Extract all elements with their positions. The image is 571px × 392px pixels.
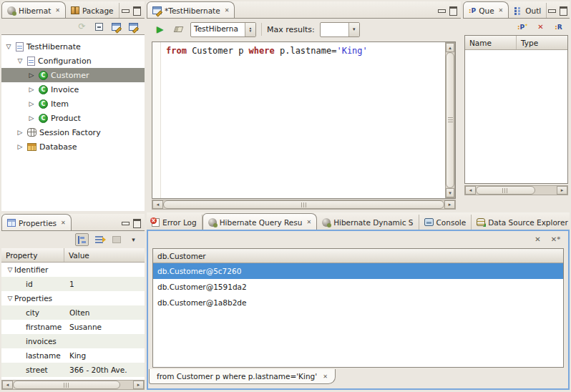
column-value[interactable]: Value (64, 248, 94, 262)
tab-label: Hibernat (19, 6, 51, 15)
max-results-combo[interactable]: ▾ (320, 22, 360, 37)
minimize-button[interactable] (120, 5, 130, 14)
property-row-id[interactable]: id1 (1, 277, 145, 291)
minimize-button[interactable] (120, 217, 130, 227)
result-row-db-customer-5c7260[interactable]: db.Customer@5c7260 (153, 263, 563, 279)
scroll-down-button[interactable]: ▾ (446, 188, 454, 197)
dropdown-button[interactable]: ▾ (348, 23, 359, 36)
minimize-button[interactable] (547, 5, 557, 14)
tab-error-log[interactable]: Error Log (147, 215, 202, 230)
scroll-right-button[interactable]: ▸ (557, 186, 567, 195)
result-row-db-customer-1591da2[interactable]: db.Customer@1591da2 (153, 279, 563, 295)
tree-item-database[interactable]: ▷Database (1, 139, 145, 154)
close-icon[interactable]: ✕ (323, 373, 328, 380)
scroll-left-button[interactable]: ◂ (2, 381, 13, 389)
tree-item-customer[interactable]: ▷CCustomer (1, 68, 145, 82)
column-type[interactable]: Type (517, 36, 542, 49)
tree-item-testhibernate[interactable]: ▽TestHibernate (1, 39, 145, 54)
tree-item-session-factory[interactable]: ▷Session Factory (1, 125, 145, 139)
tab-hibernate-query-resu[interactable]: Hibernate Query Resu✕ (202, 213, 317, 230)
scrollbar-thumb[interactable] (476, 186, 535, 195)
tab-package-explorer[interactable]: Package (66, 3, 119, 18)
maximize-button[interactable] (448, 5, 458, 14)
editor-body: from Customer p where p.lastname='King' … (152, 41, 456, 199)
tab-console[interactable]: Console (419, 215, 472, 230)
scroll-right-button[interactable]: ▸ (133, 381, 144, 389)
close-icon[interactable]: ✕ (61, 220, 66, 226)
show-categories-button[interactable] (75, 233, 89, 246)
collapse-arrow-icon[interactable]: ▽ (4, 39, 13, 54)
property-row-firstname[interactable]: firstnameSusanne (1, 320, 145, 334)
collapse-arrow-icon[interactable]: ▽ (16, 54, 24, 68)
tab-properties[interactable]: Properties ✕ (1, 214, 72, 231)
tab-query-parameters[interactable]: :P Que ✕ (463, 1, 509, 19)
view-menu-button[interactable]: ▾ (127, 233, 140, 246)
scroll-right-button[interactable]: ▸ (444, 200, 455, 209)
scroll-track[interactable] (120, 381, 133, 389)
tab-hibernate-configurations[interactable]: Hibernat ✕ (1, 1, 66, 19)
column-db-customer[interactable]: db.Customer (153, 249, 210, 263)
minimize-button[interactable] (436, 5, 446, 14)
close-icon[interactable]: ✕ (55, 7, 60, 14)
scroll-left-button[interactable]: ◂ (465, 186, 476, 195)
maximize-button[interactable] (132, 217, 142, 227)
configuration-combo[interactable]: TestHiberna ▴▾ (190, 22, 256, 37)
property-row-properties[interactable]: ▽Properties (1, 291, 145, 305)
scrollbar-thumb[interactable] (13, 381, 120, 389)
property-row-street[interactable]: street366 - 20th Ave. (1, 363, 145, 377)
collapse-arrow-icon[interactable]: ▽ (6, 291, 14, 305)
close-all-query-pages-button[interactable]: ✕ (549, 233, 562, 246)
tree-item-product[interactable]: ▷CProduct (1, 111, 145, 125)
expand-arrow-icon[interactable]: ▷ (16, 139, 24, 154)
expand-arrow-icon[interactable]: ▷ (16, 125, 24, 139)
close-query-page-button[interactable]: ✕ (531, 233, 545, 246)
close-icon[interactable]: ✕ (225, 7, 230, 14)
open-hql-editor-button[interactable] (109, 20, 123, 33)
property-row-lastname[interactable]: lastnameKing (1, 348, 145, 363)
collapse-all-button[interactable] (92, 20, 106, 33)
tab-testhibernate-editor[interactable]: *TestHibernate ✕ (147, 1, 235, 19)
run-query-button[interactable]: ▶ (153, 23, 167, 36)
tab-outline[interactable]: Outl (509, 3, 547, 18)
open-criteria-editor-button[interactable] (127, 20, 140, 33)
restore-default-value-button[interactable] (109, 233, 123, 246)
maximize-button[interactable] (558, 5, 568, 14)
new-parameter-button[interactable]: :P (516, 21, 529, 34)
scroll-up-button[interactable]: ▴ (446, 43, 454, 52)
query-result-tab[interactable]: from Customer p where p.lastname='King' … (149, 369, 336, 384)
editor-vertical-scrollbar[interactable]: ▴ ▾ (445, 42, 455, 198)
column-name[interactable]: Name (465, 36, 517, 49)
scrollbar-thumb[interactable] (446, 52, 454, 188)
property-row-invoices[interactable]: invoices (1, 334, 145, 348)
remove-parameter-button[interactable]: ✕ (534, 21, 547, 34)
close-icon[interactable]: ✕ (306, 219, 311, 225)
scroll-track[interactable] (535, 186, 557, 195)
result-row-db-customer-1a8b2de[interactable]: db.Customer@1a8b2de (153, 295, 563, 310)
scroll-left-button[interactable]: ◂ (152, 200, 163, 209)
property-row-identifier[interactable]: ▽Identifier (1, 263, 145, 277)
expand-arrow-icon[interactable]: ▷ (27, 97, 36, 111)
expand-arrow-icon[interactable]: ▷ (27, 68, 36, 82)
tab-data-source-explorer[interactable]: Data Source Explorer (472, 215, 570, 230)
show-advanced-properties-button[interactable] (92, 233, 106, 246)
clear-editor-button[interactable] (172, 23, 185, 36)
spinner-buttons[interactable]: ▴▾ (245, 23, 255, 36)
expand-arrow-icon[interactable]: ▷ (27, 82, 36, 97)
editor-horizontal-scrollbar[interactable]: ◂ ▸ (152, 200, 456, 210)
tree-item-configuration[interactable]: ▽Configuration (1, 54, 145, 68)
tree-item-item[interactable]: ▷CItem (1, 97, 145, 111)
refresh-parameters-button[interactable]: :R (552, 21, 565, 34)
hql-code-area[interactable]: from Customer p where p.lastname='King' (161, 42, 445, 198)
collapse-arrow-icon[interactable]: ▽ (6, 263, 14, 277)
tab-hibernate-dynamic-s[interactable]: Hibernate Dynamic S (317, 215, 419, 230)
tree-item-invoice[interactable]: ▷CInvoice (1, 82, 145, 97)
close-icon[interactable]: ✕ (499, 7, 504, 14)
column-property[interactable]: Property (1, 248, 64, 262)
expand-arrow-icon[interactable]: ▷ (27, 111, 36, 125)
properties-horizontal-scrollbar[interactable]: ◂ ▸ (1, 380, 145, 390)
property-row-city[interactable]: cityOlten (1, 305, 145, 320)
refresh-button[interactable]: ⟳ (75, 20, 89, 33)
scrollbar-thumb[interactable] (163, 200, 444, 209)
parameters-horizontal-scrollbar[interactable]: ◂ ▸ (464, 185, 568, 195)
maximize-button[interactable] (132, 5, 142, 14)
